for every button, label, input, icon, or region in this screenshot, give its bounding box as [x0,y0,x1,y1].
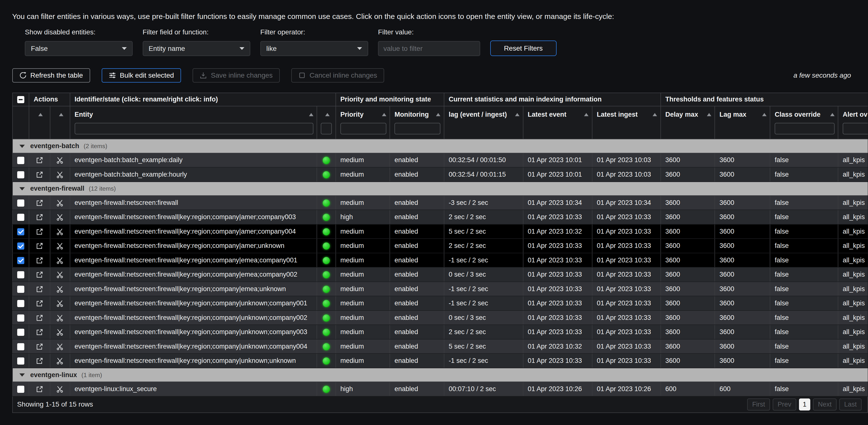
filter-field-select[interactable]: Entity name [143,41,250,56]
state-filter-input[interactable] [321,123,332,134]
open-entity-icon[interactable] [36,271,43,278]
open-entity-icon[interactable] [36,343,43,350]
row-checkbox[interactable] [17,171,24,178]
row-checkbox[interactable] [17,386,24,393]
open-entity-icon[interactable] [36,200,43,207]
row-checkbox[interactable] [17,358,24,365]
cancel-inline-button[interactable]: Cancel inline changes [291,68,384,83]
open-entity-icon[interactable] [36,300,43,307]
group-header-cell[interactable]: eventgen-firewall(12 items) [12,182,868,195]
lifecycle-icon[interactable] [56,271,63,278]
refresh-table-button[interactable]: Refresh the table [12,68,90,83]
entity-cell[interactable]: eventgen-firewall:netscreen:firewall|key… [70,210,317,224]
page-1-button[interactable]: 1 [799,398,810,411]
col-header-lag[interactable]: lag (event / ingest) [444,106,523,139]
lifecycle-icon[interactable] [56,257,63,264]
lifecycle-icon[interactable] [56,242,63,250]
entity-cell[interactable]: eventgen-firewall:netscreen:firewall|key… [70,296,317,310]
col-header-delay-max[interactable]: Delay max [661,106,715,139]
col-header-class-override[interactable]: Class override [770,106,838,139]
open-entity-icon[interactable] [36,242,43,250]
collapse-group-icon[interactable] [20,373,25,376]
row-checkbox[interactable] [17,157,24,164]
lifecycle-icon[interactable] [56,228,63,235]
entity-cell[interactable]: eventgen-firewall:netscreen:firewall|key… [70,253,317,268]
row-checkbox[interactable] [17,228,24,235]
col-header-action-lifecycle[interactable] [50,106,70,139]
group-header-cell[interactable]: eventgen-linux(1 item) [12,368,868,382]
lifecycle-icon[interactable] [56,300,63,307]
row-checkbox[interactable] [17,286,24,293]
sort-icon[interactable] [762,113,767,116]
entity-cell[interactable]: eventgen-firewall:netscreen:firewall|key… [70,267,317,282]
entity-filter-input[interactable] [75,123,313,134]
col-header-monitoring[interactable]: Monitoring [390,106,444,139]
sort-icon[interactable] [653,113,657,116]
priority-filter-input[interactable] [340,123,386,134]
col-header-lag-max[interactable]: Lag max [715,106,770,139]
entity-cell[interactable]: eventgen-firewall:netscreen:firewall|key… [70,354,317,368]
row-checkbox[interactable] [17,343,24,350]
col-header-priority[interactable]: Priority [336,106,390,139]
col-header-action-open[interactable] [29,106,50,139]
bulk-edit-button[interactable]: Bulk edit selected [102,68,181,83]
collapse-group-icon[interactable] [20,187,25,190]
alert-override-filter-input[interactable] [843,123,868,134]
open-entity-icon[interactable] [36,228,43,235]
open-entity-icon[interactable] [36,171,43,178]
entity-cell[interactable]: eventgen-batch:batch_example:hourly [70,167,317,182]
sort-icon[interactable] [515,113,520,116]
row-checkbox[interactable] [17,257,24,264]
filter-operator-select[interactable]: like [260,41,368,56]
reset-filters-button[interactable]: Reset Filters [490,40,557,56]
col-header-latest-ingest[interactable]: Latest ingest [592,106,661,139]
entity-cell[interactable]: eventgen-batch:batch_example:daily [70,153,317,168]
col-header-latest-event[interactable]: Latest event [523,106,592,139]
sort-icon[interactable] [325,113,330,116]
open-entity-icon[interactable] [36,286,43,293]
lifecycle-icon[interactable] [56,314,63,322]
sort-icon[interactable] [584,113,588,116]
row-checkbox[interactable] [17,271,24,278]
entity-cell[interactable]: eventgen-firewall:netscreen:firewall|key… [70,239,317,253]
entity-cell[interactable]: eventgen-firewall:netscreen:firewall|key… [70,282,317,296]
open-entity-icon[interactable] [36,329,43,336]
entity-cell[interactable]: eventgen-firewall:netscreen:firewall [70,195,317,210]
monitoring-filter-input[interactable] [395,123,440,134]
sort-icon[interactable] [38,113,43,116]
lifecycle-icon[interactable] [56,171,63,178]
page-next-button[interactable]: Next [813,398,837,411]
lifecycle-icon[interactable] [56,358,63,365]
collapse-group-icon[interactable] [20,145,25,148]
group-header-cell[interactable]: eventgen-batch(2 items) [12,139,868,153]
row-checkbox[interactable] [17,300,24,307]
lifecycle-icon[interactable] [56,157,63,164]
entity-cell[interactable]: eventgen-firewall:netscreen:firewall|key… [70,339,317,354]
save-inline-button[interactable]: Save inline changes [192,68,280,83]
open-entity-icon[interactable] [36,386,43,393]
sort-icon[interactable] [436,113,440,116]
lifecycle-icon[interactable] [56,329,63,336]
entity-cell[interactable]: eventgen-firewall:netscreen:firewall|key… [70,310,317,325]
sort-icon[interactable] [309,113,313,116]
col-header-entity[interactable]: Entity [70,106,317,139]
filter-value-input[interactable] [378,41,480,56]
open-entity-icon[interactable] [36,314,43,322]
page-last-button[interactable]: Last [839,398,862,411]
page-first-button[interactable]: First [747,398,770,411]
open-entity-icon[interactable] [36,358,43,365]
page-prev-button[interactable]: Prev [773,398,796,411]
open-entity-icon[interactable] [36,157,43,164]
row-checkbox[interactable] [17,242,24,250]
lifecycle-icon[interactable] [56,343,63,350]
lifecycle-icon[interactable] [56,386,63,393]
collapse-all-button[interactable] [17,96,24,103]
entity-cell[interactable]: eventgen-firewall:netscreen:firewall|key… [70,325,317,339]
sort-icon[interactable] [707,113,711,116]
col-header-alert-override[interactable]: Alert ov [838,106,868,139]
col-header-state[interactable] [317,106,336,139]
show-disabled-select[interactable]: False [25,41,133,56]
class-override-filter-input[interactable] [775,123,834,134]
row-checkbox[interactable] [17,200,24,207]
sort-icon[interactable] [59,113,63,116]
